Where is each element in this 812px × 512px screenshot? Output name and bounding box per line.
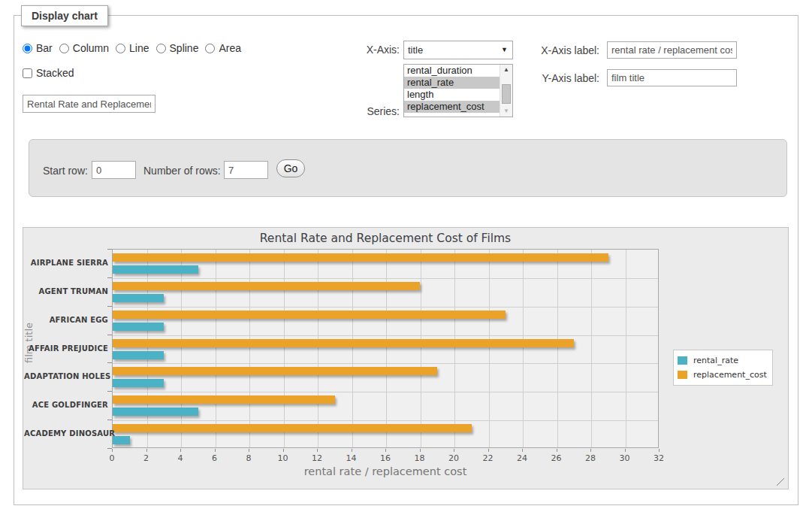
category-label: AFRICAN EGG xyxy=(24,316,108,324)
gridline-horizontal xyxy=(113,420,658,421)
y-axis-tick xyxy=(107,391,112,392)
gridline-vertical xyxy=(352,250,353,447)
gridline-horizontal xyxy=(113,363,658,364)
y-axis-tick xyxy=(107,335,112,335)
num-rows-input[interactable] xyxy=(224,161,268,179)
chart-type-option-bar[interactable]: Bar xyxy=(23,42,53,54)
page: Display chart BarColumnLineSplineArea St… xyxy=(0,0,812,512)
bar-rental_rate xyxy=(113,436,130,444)
x-tick-label: 14 xyxy=(340,453,363,463)
y-axis-tick xyxy=(107,306,112,307)
chart-type-option-line[interactable]: Line xyxy=(116,42,149,54)
series-option-replacement_cost[interactable]: replacement_cost xyxy=(404,101,500,113)
scroll-down-icon[interactable]: ▼ xyxy=(500,106,512,117)
x-axis-select-label: X-Axis: xyxy=(336,44,400,56)
gridline-vertical xyxy=(181,250,182,447)
stacked-checkbox-row[interactable]: Stacked xyxy=(23,67,74,79)
y-axis-tick xyxy=(107,362,112,363)
legend-item: replacement_cost xyxy=(678,368,767,382)
category-label: AFFAIR PREJUDICE xyxy=(24,344,108,353)
series-scrollbar[interactable]: ▲ ▼ xyxy=(500,65,512,117)
x-tick-label: 12 xyxy=(306,453,328,463)
gridline-horizontal xyxy=(113,278,658,279)
chart-type-radio-line[interactable] xyxy=(116,44,125,53)
x-axis-tick xyxy=(488,449,489,452)
chart-title: Rental Rate and Replacement Cost of Film… xyxy=(112,232,659,245)
x-tick-label: 22 xyxy=(477,453,500,463)
rows-control-panel: Start row: Number of rows: Go xyxy=(29,139,787,197)
series-option-length[interactable]: length xyxy=(404,89,500,101)
x-axis-tick xyxy=(625,449,626,452)
y-axis-label-input[interactable] xyxy=(607,69,737,86)
legend-swatch-icon xyxy=(678,371,687,379)
series-option-rental_rate[interactable]: rental_rate xyxy=(404,77,500,89)
bar-rental_rate xyxy=(113,379,164,387)
x-axis-tick xyxy=(557,449,557,452)
start-row-label: Start row: xyxy=(43,165,88,177)
gridline-vertical xyxy=(454,250,455,447)
chart-title-input[interactable] xyxy=(23,95,155,113)
x-tick-label: 30 xyxy=(614,453,636,463)
y-axis-label-field-label: Y-Axis label: xyxy=(535,72,599,84)
x-axis-tick xyxy=(352,449,352,452)
scroll-up-icon[interactable]: ▲ xyxy=(500,65,512,75)
y-axis-tick xyxy=(107,420,112,420)
x-axis-tick xyxy=(215,449,216,452)
bar-rental_rate xyxy=(113,351,164,359)
series-listbox[interactable]: rental_durationrental_ratelengthreplacem… xyxy=(403,64,513,117)
series-option-rental_duration[interactable]: rental_duration xyxy=(404,65,500,77)
chart-type-option-area[interactable]: Area xyxy=(205,42,241,54)
legend-label: rental_rate xyxy=(693,356,738,365)
x-axis-tick xyxy=(112,449,113,452)
x-axis-label-input[interactable] xyxy=(607,41,737,59)
x-tick-label: 24 xyxy=(511,453,533,463)
go-button[interactable]: Go xyxy=(276,159,305,177)
bar-replacement_cost xyxy=(113,367,437,375)
chart-resize-handle[interactable] xyxy=(776,477,784,486)
chart-type-label: Column xyxy=(73,42,109,54)
chart-type-label: Bar xyxy=(36,42,53,54)
bar-replacement_cost xyxy=(113,339,574,347)
chart-type-radio-spline[interactable] xyxy=(156,44,166,53)
x-tick-label: 16 xyxy=(374,453,397,463)
gridline-vertical xyxy=(626,250,626,447)
chart-type-label: Spline xyxy=(170,42,199,54)
x-axis-tick xyxy=(283,449,284,452)
x-tick-label: 20 xyxy=(442,453,465,463)
gridline-vertical xyxy=(421,250,421,447)
x-tick-label: 18 xyxy=(409,453,431,463)
x-tick-label: 4 xyxy=(169,453,192,463)
x-tick-label: 26 xyxy=(545,453,568,463)
bar-replacement_cost xyxy=(113,311,506,319)
stacked-checkbox[interactable] xyxy=(23,68,32,78)
gridline-vertical xyxy=(216,250,216,447)
chart-type-radio-area[interactable] xyxy=(205,44,215,53)
gridline-vertical xyxy=(557,250,558,447)
x-tick-label: 10 xyxy=(272,453,294,463)
chart-type-radio-column[interactable] xyxy=(59,44,69,53)
chart-type-option-spline[interactable]: Spline xyxy=(156,42,199,54)
chart-type-label: Area xyxy=(219,42,241,54)
x-axis-select[interactable]: title xyxy=(403,41,513,59)
x-tick-label: 32 xyxy=(647,453,670,463)
chart-type-option-column[interactable]: Column xyxy=(59,42,109,54)
legend-label: replacement_cost xyxy=(693,370,767,380)
category-label: ADAPTATION HOLES xyxy=(24,372,108,380)
gridline-vertical xyxy=(249,250,250,447)
start-row-input[interactable] xyxy=(92,161,136,179)
chart-legend: rental_ratereplacement_cost xyxy=(673,350,773,386)
bar-rental_rate xyxy=(113,265,198,274)
chart-type-radio-bar[interactable] xyxy=(23,44,32,53)
stacked-label: Stacked xyxy=(36,67,74,79)
scrollbar-thumb[interactable] xyxy=(502,84,511,104)
category-label: AIRPLANE SIERRA xyxy=(24,259,108,267)
x-axis-select-wrap: title ▼ xyxy=(403,41,513,59)
chart-container: Rental Rate and Replacement Cost of Film… xyxy=(23,227,789,489)
chart-type-label: Line xyxy=(129,42,149,54)
x-tick-label: 0 xyxy=(101,453,123,463)
plot-area xyxy=(112,249,659,448)
category-label: ACADEMY DINOSAUR xyxy=(24,429,108,438)
x-tick-label: 8 xyxy=(237,453,260,463)
gridline-vertical xyxy=(523,250,524,447)
bar-rental_rate xyxy=(113,407,198,416)
